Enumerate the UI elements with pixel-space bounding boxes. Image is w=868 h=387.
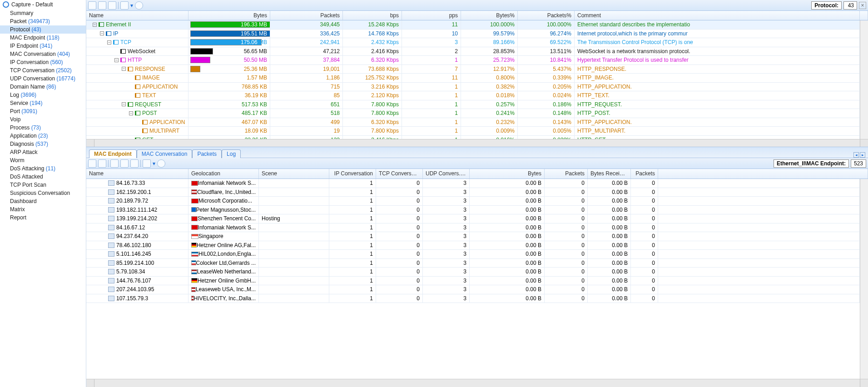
table-row[interactable]: 78.46.102.180 Hetzner Online AG,Fal...10…	[86, 241, 860, 250]
capture-header[interactable]: Capture - Default	[0, 0, 86, 9]
sidebar-item-tcp-port-scan[interactable]: TCP Port Scan	[0, 181, 86, 189]
table-row[interactable]: −RESPONSE25.36 MB19,00173.688 Kbps712.91…	[86, 65, 860, 74]
toolbar-btn-1[interactable]	[88, 1, 96, 10]
column-header[interactable]: Packets%	[518, 11, 575, 20]
table-row[interactable]: GET32.36 KB1333.416 Kbps10.016%0.038%HTT…	[86, 136, 860, 139]
table-row[interactable]: 144.76.76.107 Hetzner Online GmbH...1030…	[86, 277, 860, 286]
sidebar-item-application[interactable]: Application (23)	[0, 132, 86, 140]
sidebar-item-domain-name[interactable]: Domain Name (86)	[0, 83, 86, 91]
sidebar-item-ip-endpoint[interactable]: IP Endpoint (341)	[0, 42, 86, 50]
table-row[interactable]: APPLICATION467.07 KB4996.320 Kbps10.232%…	[86, 118, 860, 127]
horizontal-scrollbar[interactable]	[86, 379, 868, 387]
sidebar-item-summary[interactable]: Summary	[0, 9, 86, 17]
tab-mac-endpoint[interactable]: MAC Endpoint	[89, 149, 137, 158]
toolbar-play-icon[interactable]	[135, 1, 143, 10]
toolbar-btn-2[interactable]	[98, 1, 106, 10]
table-row[interactable]: APPLICATION768.85 KB7153.216 Kbps10.382%…	[86, 83, 860, 92]
mac-grid-body[interactable]: 84.16.73.33 Infomaniak Network S...1030.…	[86, 179, 860, 379]
sidebar-item-voip[interactable]: Voip	[0, 115, 86, 124]
sidebar-item-dos-attacked[interactable]: DoS Attacked	[0, 173, 86, 181]
column-header[interactable]: pps	[402, 11, 461, 20]
column-header[interactable]: Bytes	[188, 11, 270, 20]
column-header[interactable]: Comment	[575, 11, 860, 20]
vertical-scrollbar[interactable]	[860, 179, 868, 379]
table-row[interactable]: −TCP175.06 MB242,9412.432 Kbps389.166%69…	[86, 38, 860, 47]
column-header[interactable]: Bytes	[470, 169, 545, 179]
bottom-toolbar-play-icon[interactable]	[157, 159, 165, 168]
sidebar-item-port[interactable]: Port (3091)	[0, 107, 86, 115]
table-row[interactable]: −IP195.51 MB336,42514.768 Kbps1099.579%9…	[86, 30, 860, 39]
sidebar-item-suspicious-conversation[interactable]: Suspicious Conversation	[0, 189, 86, 197]
sidebar-item-mac-endpoint[interactable]: MAC Endpoint (118)	[0, 34, 86, 42]
tab-scroll-left-icon[interactable]: ◂	[853, 152, 859, 158]
column-header[interactable]: Packets	[545, 169, 588, 179]
table-row[interactable]: −POST485.17 KB5187.800 Kbps10.241%0.148%…	[86, 109, 860, 118]
column-header[interactable]: Bytes%	[461, 11, 518, 20]
sidebar-item-process[interactable]: Process (73)	[0, 124, 86, 132]
sidebar-item-ip-conversation[interactable]: IP Conversation (560)	[0, 58, 86, 66]
table-row[interactable]: MULTIPART18.09 KB197.800 Kbps10.009%0.00…	[86, 127, 860, 136]
table-row[interactable]: 84.16.67.12 Infomaniak Network S...1030.…	[86, 223, 860, 233]
table-row[interactable]: TEXT36.19 KB852.120 Kbps10.018%0.024%HTT…	[86, 91, 860, 100]
sidebar-item-tcp-conversation[interactable]: TCP Conversation (2502)	[0, 66, 86, 74]
sidebar-item-dos-attacking[interactable]: DoS Attacking (11)	[0, 164, 86, 173]
table-row[interactable]: WebSocket56.65 MB47,2122.416 Kbps228.853…	[86, 47, 860, 56]
tree-toggle-icon[interactable]: −	[100, 31, 104, 35]
sidebar-item-worm[interactable]: Worm	[0, 156, 86, 164]
tab-packets[interactable]: Packets	[192, 149, 222, 158]
table-row[interactable]: 84.16.73.33 Infomaniak Network S...1030.…	[86, 179, 860, 188]
table-row[interactable]: 193.182.111.142 Peter Magnusson,Stoc...1…	[86, 206, 860, 215]
sidebar-item-arp-attack[interactable]: ARP Attack	[0, 148, 86, 156]
table-row[interactable]: 5.79.108.34 LeaseWeb Netherland...1030.0…	[86, 268, 860, 277]
column-header[interactable]: Packets	[631, 169, 658, 179]
column-header[interactable]: Name	[86, 11, 188, 20]
table-row[interactable]: IMAGE1.57 MB1,186125.752 Kbps110.800%0.3…	[86, 74, 860, 83]
column-header[interactable]: Geolocation	[188, 169, 259, 179]
tree-toggle-icon[interactable]: −	[122, 102, 126, 106]
sidebar-item-log[interactable]: Log (3696)	[0, 91, 86, 99]
sidebar-item-mac-conversation[interactable]: MAC Conversation (404)	[0, 50, 86, 58]
table-row[interactable]: 162.159.200.1 Cloudflare, Inc.,United...…	[86, 188, 860, 197]
bottom-toolbar-btn-3[interactable]	[110, 159, 119, 168]
tab-scroll-right-icon[interactable]: ▸	[860, 152, 865, 158]
tree-toggle-icon[interactable]: −	[107, 40, 111, 45]
table-row[interactable]: −Ethernet II196.33 MB349,44515.248 Kbps1…	[86, 20, 860, 30]
column-header[interactable]: Name	[86, 169, 188, 179]
table-row[interactable]: 139.199.214.202 Shenzhen Tencent Co...Ho…	[86, 214, 860, 223]
sidebar-item-diagnosis[interactable]: Diagnosis (537)	[0, 140, 86, 148]
table-row[interactable]: 94.237.64.20 Singapore1030.00 B00.00 B0	[86, 232, 860, 241]
sidebar-item-service[interactable]: Service (194)	[0, 99, 86, 107]
tree-toggle-icon[interactable]: −	[129, 111, 133, 115]
bottom-toolbar-btn-5[interactable]	[130, 159, 139, 168]
bottom-toolbar-btn-1[interactable]	[88, 159, 96, 168]
column-header[interactable]: TCP Conversati...	[376, 169, 423, 179]
toolbar-dropdown-icon[interactable]: ▾	[130, 2, 133, 9]
column-header[interactable]: bps	[343, 11, 402, 20]
sidebar-item-dashboard[interactable]: Dashboard	[0, 197, 86, 205]
tree-toggle-icon[interactable]: −	[93, 23, 97, 27]
bottom-toolbar-btn-4[interactable]	[120, 159, 129, 168]
table-row[interactable]: 5.101.146.245 HIL002,London,Engla...1030…	[86, 250, 860, 259]
close-icon[interactable]: ×	[859, 2, 866, 9]
column-header[interactable]: Bytes Received	[588, 169, 631, 179]
tab-log[interactable]: Log	[222, 149, 241, 158]
bottom-refresh-icon[interactable]	[143, 159, 151, 168]
sidebar-item-packet[interactable]: Packet (349473)	[0, 17, 86, 25]
horizontal-scrollbar[interactable]	[86, 139, 868, 147]
column-header[interactable]: IP Conversation	[329, 169, 376, 179]
bottom-toolbar-dropdown-icon[interactable]: ▾	[153, 160, 155, 167]
sidebar-item-protocol[interactable]: Protocol (43)	[0, 25, 86, 34]
sidebar-item-udp-conversation[interactable]: UDP Conversation (16774)	[0, 74, 86, 83]
tree-toggle-icon[interactable]: −	[114, 58, 119, 62]
column-header[interactable]: Scene	[259, 169, 329, 179]
sidebar-item-report[interactable]: Report	[0, 213, 86, 222]
column-header[interactable]: UDP Convers... ▾	[423, 169, 470, 179]
table-row[interactable]: 107.155.79.3 HIVELOCITY, Inc.,Dalla...10…	[86, 294, 860, 303]
table-row[interactable]: 207.244.103.95 Leaseweb USA, Inc.,M...10…	[86, 285, 860, 294]
protocol-grid-body[interactable]: −Ethernet II196.33 MB349,44515.248 Kbps1…	[86, 20, 860, 139]
table-row[interactable]: 85.199.214.100 Colocker Ltd,Gerrards ...…	[86, 259, 860, 268]
table-row[interactable]: 20.189.79.72 Microsoft Corporatio...1030…	[86, 197, 860, 206]
toolbar-btn-3[interactable]	[108, 1, 116, 10]
refresh-icon[interactable]	[120, 1, 129, 10]
sidebar-item-matrix[interactable]: Matrix	[0, 205, 86, 213]
